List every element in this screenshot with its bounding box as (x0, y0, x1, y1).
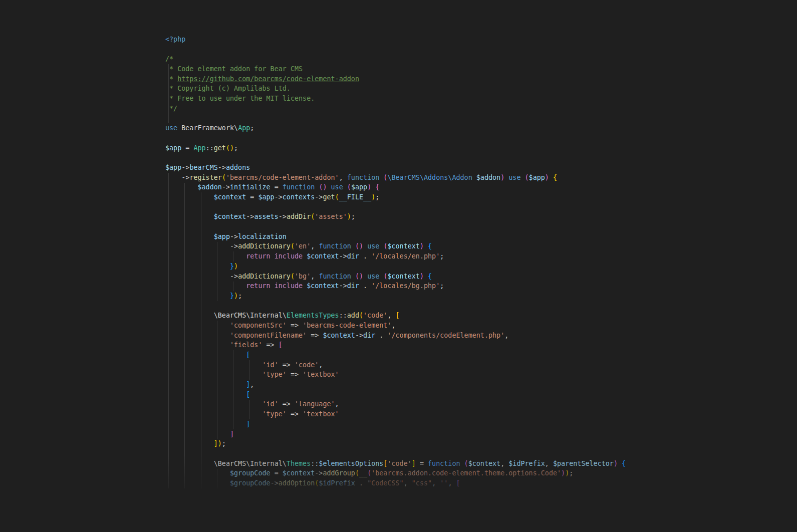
code-token: */ (165, 105, 177, 112)
code-token: => (307, 332, 323, 339)
code-token: . (359, 252, 371, 260)
code-line: $context = $app->contexts->get(__FILE__)… (165, 192, 626, 202)
code-token: use (508, 174, 524, 181)
code-token: [ (396, 312, 400, 319)
code-token (424, 242, 428, 250)
comment-url-link[interactable]: https://github.com/bearcms/code-element-… (177, 75, 359, 83)
code-token: -> (315, 469, 323, 477)
code-token: '/locales/en.php' (371, 252, 440, 260)
code-line (165, 114, 626, 124)
code-line (165, 202, 626, 212)
code-token: -> (355, 332, 363, 339)
code-line: ->addDictionary('en', function () use ($… (165, 241, 626, 251)
code-line: 'componentFilename' => $context->dir . '… (165, 331, 626, 341)
code-token (165, 440, 214, 447)
code-line (165, 449, 626, 459)
code-token: -> (222, 183, 230, 191)
code-token: , (392, 322, 396, 329)
code-line: 'id' => 'language', (165, 399, 626, 409)
code-token: * (165, 75, 177, 83)
code-token: = (416, 460, 428, 467)
code-token: localization (238, 233, 287, 240)
code-token (165, 292, 230, 300)
code-token: ) (234, 262, 238, 270)
code-line: return include $context->dir . '/locales… (165, 251, 626, 261)
code-token: function (428, 460, 464, 467)
bottom-background (0, 499, 797, 532)
code-token: addons (226, 164, 250, 171)
code-token (165, 479, 230, 487)
code-token: :: (311, 460, 319, 467)
code-token: 'type' (262, 371, 286, 378)
code-token: 'fields' (230, 341, 262, 349)
code-token: , (404, 479, 412, 487)
code-token: ] (230, 430, 234, 438)
code-token: 'componentFilename' (230, 332, 307, 339)
code-token: '/locales/bg.php' (371, 282, 440, 290)
code-token: -> (230, 233, 238, 240)
code-line: $groupCode->addOption($idPrefix . "CodeC… (165, 478, 626, 488)
code-token: -> (165, 174, 189, 181)
code-token: 'type' (262, 410, 286, 418)
code-token: assets (254, 213, 278, 220)
code-token: = (246, 193, 258, 201)
code-token: ) (323, 183, 327, 191)
code-token: $context (387, 273, 420, 280)
code-token: , (504, 332, 508, 339)
code-token: 'bearcms-code-element' (303, 322, 391, 329)
code-token: ] (412, 460, 416, 467)
code-line (165, 222, 626, 232)
code-token: $idPrefix (319, 479, 355, 487)
code-token: ; (351, 213, 355, 220)
code-token: ( (291, 273, 295, 280)
code-token: 'id' (262, 361, 278, 369)
code-line (165, 133, 626, 143)
code-token: ; (440, 252, 444, 260)
code-token: { (375, 183, 379, 191)
code-token: } (230, 262, 234, 270)
code-token (303, 282, 307, 290)
code-token: . (375, 332, 387, 339)
code-token (165, 371, 262, 378)
code-token (165, 322, 230, 329)
code-area[interactable]: <?php /* * Code element addon for Bear C… (165, 35, 626, 488)
code-token: dir (363, 332, 375, 339)
code-token (165, 252, 246, 260)
code-token: get (214, 144, 226, 152)
code-token: = (181, 144, 193, 152)
code-line: use BearFramework\App; (165, 123, 626, 133)
code-token: addGroup (323, 469, 355, 477)
code-token: $context (307, 252, 339, 260)
code-token (424, 273, 428, 280)
code-token: , (250, 381, 254, 388)
code-token (165, 233, 214, 240)
code-token (363, 242, 367, 250)
code-token: ) (230, 144, 234, 152)
code-token: addDictionary (238, 273, 291, 280)
code-token: function (319, 273, 355, 280)
code-token: , (311, 242, 319, 250)
code-token: $context (387, 242, 420, 250)
code-token: $addon (198, 183, 222, 191)
code-line: ], (165, 380, 626, 390)
code-token: \BearCMS\Addons\Addon (387, 174, 472, 181)
code-token: -> (315, 193, 323, 201)
code-token: 'id' (262, 400, 278, 408)
code-token: ) (234, 292, 238, 300)
code-line (165, 45, 626, 55)
code-token: . (355, 479, 367, 487)
code-token: , (339, 174, 347, 181)
code-token (165, 469, 230, 477)
code-token: => (279, 361, 295, 369)
code-token: ; (222, 440, 226, 447)
code-token: addDir (287, 213, 311, 220)
code-token: ( (347, 183, 351, 191)
code-token (165, 430, 230, 438)
code-token: * Copyright (c) Amplilabs Ltd. (165, 85, 291, 92)
code-token: } (230, 292, 234, 300)
code-line: $context->assets->addDir('assets'); (165, 212, 626, 222)
code-token: use (367, 273, 383, 280)
code-token: $groupCode (230, 479, 271, 487)
code-token (165, 410, 262, 418)
code-token: ; (238, 292, 242, 300)
